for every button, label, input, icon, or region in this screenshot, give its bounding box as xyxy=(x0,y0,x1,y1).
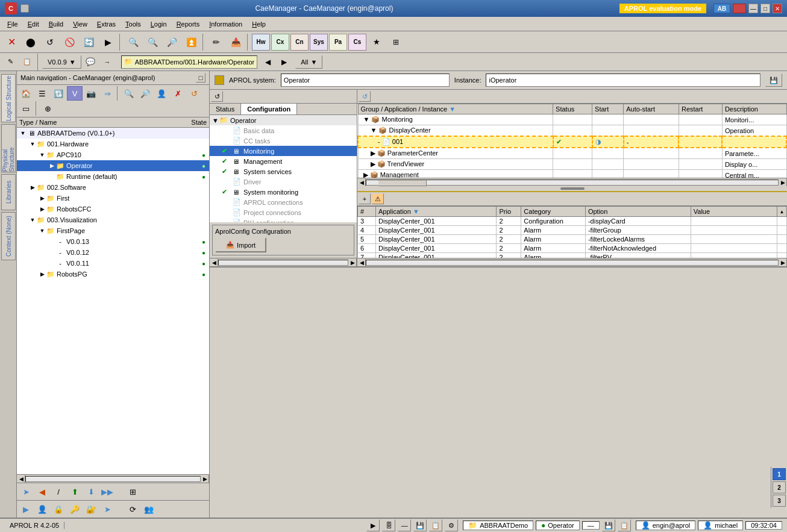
config-tab-configuration[interactable]: Configuration xyxy=(241,104,297,114)
nav-down[interactable]: ⬇ xyxy=(83,484,99,499)
tb2-btn1[interactable]: ✎ xyxy=(2,55,18,69)
tree-node-root[interactable]: ▼ 🖥 ABBRAATDemo (V0.1.0+) xyxy=(17,128,209,139)
status-play-btn[interactable]: ▶ xyxy=(366,519,380,531)
filter-dropdown[interactable]: All ▼ xyxy=(295,55,322,69)
menu-file[interactable]: File xyxy=(2,19,23,29)
toggle-sw[interactable]: ▶ xyxy=(29,184,36,190)
nav-key-btn[interactable]: 🔑 xyxy=(67,502,83,516)
tb2-btn4[interactable]: → xyxy=(99,55,115,69)
det-row-7[interactable]: 7 DisplayCenter_001 2 Alarm -filterPV xyxy=(358,253,787,258)
nav-person-btn[interactable]: 👤 xyxy=(34,502,50,516)
maximize-button[interactable]: □ xyxy=(760,4,770,13)
path-fwd[interactable]: ▶ xyxy=(276,55,292,69)
nav-home-btn[interactable]: 🏠 xyxy=(18,86,34,101)
config-hscroll[interactable]: ◀ ▶ xyxy=(210,258,357,266)
nav-camera-btn[interactable]: 📷 xyxy=(83,86,99,101)
forward-btn[interactable]: ▶ xyxy=(99,34,117,51)
nav-fwd-arr[interactable]: ▶▶ xyxy=(99,484,115,499)
tree-node-rt[interactable]: 📁 Runtime (default) ● xyxy=(17,171,209,182)
menu-tools[interactable]: Tools xyxy=(121,19,146,29)
cs-btn[interactable]: Cs xyxy=(348,34,366,51)
inst-scroll-right[interactable]: ▶ xyxy=(779,178,787,187)
config-node-aprolconn[interactable]: 📄 APROL connections xyxy=(210,197,357,207)
config-node-sysmon[interactable]: ✔ 🖥 System monitoring xyxy=(210,187,357,197)
nav-arrow-btn[interactable]: ⇒ xyxy=(99,86,115,101)
pin-icon[interactable] xyxy=(20,4,29,13)
nav-expand-btn[interactable]: ⊕ xyxy=(40,101,55,116)
inst-col-restart[interactable]: Restart xyxy=(679,104,722,114)
details-scroll-area[interactable]: # Application ▼ Prio Category Option Val… xyxy=(357,206,787,258)
det-col-num[interactable]: # xyxy=(358,207,376,217)
inst-scroll-left[interactable]: ◀ xyxy=(357,178,366,187)
nav-slash[interactable]: / xyxy=(51,484,66,499)
det-scroll-right[interactable]: ▶ xyxy=(779,258,787,267)
inst-row-monitoring[interactable]: ▼ 📦 Monitoring Monitori... xyxy=(358,114,786,125)
tree-node-firstpage[interactable]: ▼ 📁 FirstPage xyxy=(17,225,209,236)
nav-lock-btn[interactable]: 🔒 xyxy=(51,502,66,516)
det-col-prio[interactable]: Prio xyxy=(497,207,521,217)
tree-node-apc[interactable]: ▼ 📁 APC910 ● xyxy=(17,149,209,160)
det-hscroll[interactable]: ◀ ▶ xyxy=(357,258,787,266)
status-db-btn[interactable]: 🗄 xyxy=(382,519,395,531)
inst-col-status[interactable]: Status xyxy=(553,104,592,114)
tree-node-v011[interactable]: - V0.0.11 ● xyxy=(17,258,209,269)
tb2-btn3[interactable]: 💬 xyxy=(83,55,98,69)
toggle-robotscfc[interactable]: ▶ xyxy=(39,206,46,212)
details-add-btn[interactable]: + xyxy=(359,193,371,204)
path-back[interactable]: ◀ xyxy=(260,55,275,69)
minimize-button[interactable]: — xyxy=(748,4,758,13)
nav-float-btn[interactable]: □ xyxy=(196,73,205,83)
reload-btn[interactable]: 🔄 xyxy=(80,34,98,51)
config-node-management[interactable]: ✔ 🖥 Management xyxy=(210,156,357,166)
cn-btn[interactable]: Cn xyxy=(290,34,309,51)
import-button[interactable]: 📥 Import xyxy=(215,237,266,252)
config-scroll-right[interactable]: ▶ xyxy=(348,258,357,267)
nav-fwdblue-btn[interactable]: ➤ xyxy=(99,502,115,516)
aprol-system-input[interactable] xyxy=(281,74,450,87)
version-dropdown[interactable]: V0.0.9 ▼ xyxy=(42,55,81,69)
det-col-opt[interactable]: Option xyxy=(585,207,691,217)
toggle-tv-inst[interactable]: ▶ xyxy=(361,160,375,167)
sidebar-libraries-tab[interactable]: Libraries xyxy=(1,174,16,210)
menu-build[interactable]: Build xyxy=(44,19,68,29)
inst-col-desc[interactable]: Description xyxy=(722,104,786,114)
menu-information[interactable]: Information xyxy=(204,19,247,29)
det-col-val[interactable]: Value xyxy=(691,207,777,217)
vscroll-up[interactable]: ▲ xyxy=(780,209,785,214)
panel-divider[interactable] xyxy=(357,186,787,191)
tree-scroll-left[interactable]: ◀ xyxy=(17,475,25,483)
toggle-op[interactable]: ▶ xyxy=(48,163,55,169)
toggle-first[interactable]: ▶ xyxy=(39,195,46,201)
tree-node-sw[interactable]: ▶ 📁 002.Software xyxy=(17,182,209,193)
toggle-robotspg[interactable]: ▶ xyxy=(39,271,46,277)
nav-select-btn[interactable]: ▭ xyxy=(18,101,34,116)
pa-btn[interactable]: Pa xyxy=(329,34,347,51)
edit-btn[interactable]: ✏ xyxy=(207,34,225,51)
nav-list-btn[interactable]: ☰ xyxy=(34,86,50,101)
config-node-basicdata[interactable]: 📄 Basic data xyxy=(210,125,357,136)
menu-view[interactable]: View xyxy=(68,19,92,29)
tree-node-robotspg[interactable]: ▶ 📁 RobotsPG ● xyxy=(17,269,209,280)
det-scroll-left[interactable]: ◀ xyxy=(357,258,366,267)
zoom-out-btn[interactable]: 🔍 xyxy=(143,34,161,51)
inst-row-parametercenter[interactable]: ▶ 📦 ParameterCenter Paramete... xyxy=(358,148,786,159)
inst-row-trendviewer[interactable]: ▶ 📦 TrendViewer Display o... xyxy=(358,159,786,170)
config-node-monitoring[interactable]: ✔ 🖥 Monitoring xyxy=(210,146,357,156)
config-node-pki[interactable]: 📄 PKI configuration xyxy=(210,217,357,222)
nav-blue-arr[interactable]: ➤ xyxy=(18,484,34,499)
hw-btn[interactable]: Hw xyxy=(252,34,270,51)
status-save-btn[interactable]: 💾 xyxy=(413,519,427,531)
status-misc-btn[interactable]: ⚙ xyxy=(445,519,458,531)
stop-btn[interactable]: ✕ xyxy=(2,34,20,51)
import-btn-toolbar[interactable]: 📥 xyxy=(227,34,245,51)
inst-col-autostart[interactable]: Auto-start xyxy=(624,104,679,114)
details-warn-btn[interactable]: ⚠ xyxy=(372,193,384,204)
nav-zoom-btn[interactable]: 🔍 xyxy=(121,86,137,101)
toggle-dc-inst[interactable]: ▼ xyxy=(361,127,377,134)
tree-node-vis[interactable]: ▼ 📁 003.Visualization xyxy=(17,214,209,225)
zoom-in-btn[interactable]: 🔍 xyxy=(124,34,142,51)
tree-scroll-right[interactable]: ▶ xyxy=(201,475,209,483)
toggle-hw[interactable]: ▼ xyxy=(29,141,36,147)
inst-row-displaycenter[interactable]: ▼ 📦 DisplayCenter Operation xyxy=(358,125,786,137)
overview-btn[interactable]: ⬤ xyxy=(22,34,40,51)
